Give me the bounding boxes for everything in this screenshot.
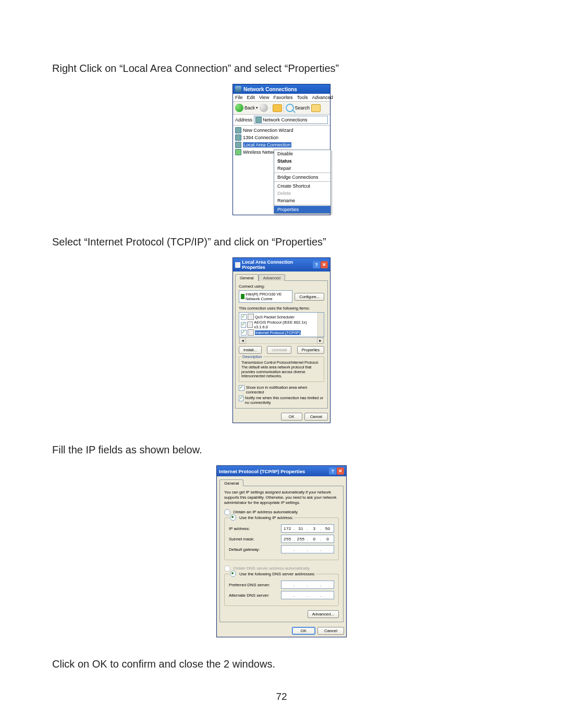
ctx-shortcut[interactable]: Create Shortcut	[274, 182, 331, 190]
vertical-scrollbar[interactable]	[317, 313, 324, 337]
network-icon	[235, 86, 241, 92]
connection-items-list[interactable]: QoS Packet Scheduler AEGIS Protocol (IEE…	[239, 312, 324, 337]
nc-item[interactable]: 1394 Connection	[235, 134, 328, 141]
ok-button[interactable]: OK	[281, 413, 302, 421]
screenshot-2-wrap: Local Area Connection Properties ? ✕ Gen…	[52, 257, 511, 423]
toolbar-sep: ·	[270, 105, 271, 110]
wizard-icon	[235, 127, 241, 133]
ctx-properties[interactable]: Properties	[274, 206, 331, 213]
checkbox-icon[interactable]	[241, 330, 247, 336]
use-dns-group: Use the following DNS server addresses: …	[224, 574, 339, 606]
address-bar: Address Network Connections	[233, 115, 330, 126]
use-ip-label: Use the following IP address:	[239, 515, 293, 520]
use-dns-label: Use the following DNS server addresses:	[239, 572, 315, 576]
forward-button[interactable]	[260, 104, 268, 112]
folders-icon[interactable]	[311, 104, 321, 112]
network-connections-window: Network Connections File Edit View Favor…	[232, 84, 331, 215]
alternate-dns-input[interactable]: . . .	[281, 591, 334, 599]
tab-general[interactable]: General	[235, 274, 259, 281]
ctx-disable[interactable]: Disable	[274, 150, 331, 157]
item-properties-button[interactable]: Properties	[297, 346, 324, 354]
ctx-bridge[interactable]: Bridge Connections	[274, 174, 331, 181]
ip-titlebar: Internet Protocol (TCP/IP) Properties ? …	[217, 466, 346, 476]
instruction-step2: Select “Internet Protocol (TCP/IP)” and …	[52, 236, 511, 248]
nc-item-list: New Connection Wizard 1394 Connection Lo…	[233, 126, 330, 215]
ctx-repair[interactable]: Repair	[274, 165, 331, 172]
alternate-dns-label: Alternate DNS server:	[229, 593, 281, 598]
configure-button[interactable]: Configure...	[295, 293, 324, 301]
back-button[interactable]: Back ▾	[235, 104, 258, 112]
advanced-button[interactable]: Advanced...	[308, 610, 339, 618]
radio-use-dns[interactable]	[230, 571, 236, 577]
lac-properties-window: Local Area Connection Properties ? ✕ Gen…	[232, 257, 331, 423]
menu-view[interactable]: View	[259, 95, 269, 100]
checkbox-icon[interactable]	[241, 314, 247, 320]
menu-edit[interactable]: Edit	[247, 95, 255, 100]
search-button[interactable]: Search	[286, 104, 310, 112]
address-field[interactable]: Network Connections	[254, 116, 328, 124]
ip-body: You can get IP settings assigned automat…	[219, 486, 344, 622]
tcpip-properties-window: Internet Protocol (TCP/IP) Properties ? …	[216, 465, 347, 637]
description-text: Transmission Control Protocol/Internet P…	[241, 361, 322, 379]
ip-address-label: IP address:	[229, 526, 281, 531]
uninstall-button: Uninstall	[267, 346, 291, 354]
notify-checkbox[interactable]	[239, 396, 243, 401]
scroll-right-icon[interactable]: ►	[317, 338, 324, 343]
help-button[interactable]: ?	[313, 261, 320, 268]
show-icon-checkbox[interactable]	[239, 385, 244, 391]
up-folder-icon[interactable]	[273, 104, 282, 112]
address-value: Network Connections	[263, 117, 308, 122]
ctx-status[interactable]: Status	[274, 157, 331, 165]
instruction-step4: Click on OK to confirm and close the 2 w…	[52, 658, 511, 670]
back-label: Back	[244, 105, 255, 110]
search-label: Search	[295, 105, 310, 110]
use-ip-legend[interactable]: Use the following IP address:	[229, 514, 294, 521]
checkbox-icon[interactable]	[241, 322, 246, 328]
lac-titlebar: Local Area Connection Properties ? ✕	[233, 258, 330, 272]
radio-use-ip[interactable]	[230, 514, 236, 521]
subnet-input[interactable]: 255. 255. 0. 0	[281, 535, 334, 543]
nc-item[interactable]: New Connection Wizard	[235, 127, 328, 134]
use-dns-legend[interactable]: Use the following DNS server addresses:	[229, 571, 316, 577]
screenshot-3-wrap: Internet Protocol (TCP/IP) Properties ? …	[52, 465, 511, 637]
context-menu: Disable Status Repair Bridge Connections…	[274, 150, 331, 214]
ctx-sep	[274, 205, 331, 205]
tab-advanced[interactable]: Advanced	[259, 274, 285, 281]
subnet-label: Subnet mask:	[229, 537, 281, 541]
nc-titlebar: Network Connections	[233, 84, 330, 94]
install-button[interactable]: Install...	[239, 346, 262, 354]
list-item[interactable]: QoS Packet Scheduler	[241, 314, 316, 320]
ctx-rename[interactable]: Rename	[274, 197, 331, 204]
preferred-dns-input[interactable]: . . .	[281, 581, 334, 589]
ok-button[interactable]: OK	[292, 627, 316, 635]
obtain-dns-label: Obtain DNS server address automatically	[233, 566, 310, 571]
tab-general[interactable]: General	[219, 479, 243, 486]
menu-tools[interactable]: Tools	[297, 95, 308, 100]
nc-item-local-area[interactable]: Local Area Connection	[235, 141, 328, 149]
ip-title: Internet Protocol (TCP/IP) Properties	[219, 468, 305, 474]
help-button[interactable]: ?	[329, 467, 336, 475]
close-button[interactable]: ✕	[337, 467, 344, 475]
close-button[interactable]: ✕	[321, 261, 328, 268]
list-item[interactable]: AEGIS Protocol (IEEE 802.1x) v3.1.6.0	[241, 320, 316, 329]
instruction-step1: Right Click on “Local Area Connection” a…	[52, 63, 511, 75]
menu-advanced[interactable]: Advanced	[312, 95, 333, 100]
preferred-dns-label: Preferred DNS server:	[229, 583, 281, 587]
scroll-left-icon[interactable]: ◄	[239, 338, 246, 343]
connection-icon	[235, 262, 240, 268]
network-icon	[255, 117, 262, 123]
gateway-input[interactable]: . . .	[281, 545, 334, 553]
horizontal-scrollbar[interactable]: ◄ ►	[239, 337, 324, 344]
cancel-button[interactable]: Cancel	[304, 413, 328, 421]
nc-toolbar: Back ▾ · Search	[233, 102, 330, 115]
connect-using-label: Connect using:	[239, 284, 324, 289]
list-item-tcpip[interactable]: Internet Protocol (TCP/IP)	[241, 329, 316, 336]
menu-file[interactable]: File	[235, 95, 243, 100]
connection-icon	[235, 142, 241, 148]
adapter-field: Intel(R) PRO/100 VE Network Conne	[239, 290, 292, 303]
ip-address-input[interactable]: 172. 31. 3. 50	[281, 524, 334, 533]
cancel-button[interactable]: Cancel	[317, 627, 344, 635]
nic-icon	[241, 294, 244, 299]
menu-favorites[interactable]: Favorites	[273, 95, 292, 100]
connection-icon	[235, 134, 241, 141]
